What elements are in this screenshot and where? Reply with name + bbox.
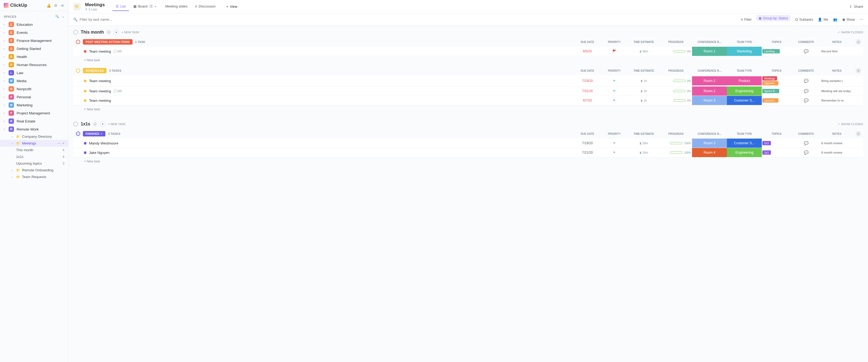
- subtasks-button[interactable]: ⌬Subtasks: [795, 18, 813, 22]
- time-estimate[interactable]: ⧗ 1h: [628, 98, 660, 103]
- status-circle-icon[interactable]: [76, 40, 80, 44]
- conference-room[interactable]: Room 2: [692, 76, 727, 85]
- status-pill[interactable]: SCHEDULED: [83, 68, 106, 73]
- comments-icon[interactable]: 💬: [791, 88, 821, 94]
- column-header[interactable]: TIME ESTIMATE: [628, 68, 660, 73]
- time-estimate[interactable]: ⧗ 1h: [628, 79, 660, 83]
- conference-room[interactable]: Room 4: [692, 148, 727, 157]
- column-header[interactable]: COMMENTS: [791, 131, 821, 136]
- space-item[interactable]: ▸PPersonal: [0, 93, 68, 101]
- status-circle-icon[interactable]: [73, 30, 78, 35]
- progress[interactable]: 0%: [660, 49, 692, 53]
- share-button[interactable]: ⇪ Share: [849, 5, 863, 8]
- due-date[interactable]: 7/29/20: [574, 78, 601, 83]
- tab-discussion[interactable]: #Discussion: [192, 2, 219, 11]
- folder-icon[interactable]: 📁: [73, 3, 81, 10]
- due-date[interactable]: 7/21/20: [574, 150, 601, 155]
- column-header[interactable]: DUE DATE: [574, 68, 601, 73]
- team-type[interactable]: Product: [727, 76, 762, 85]
- status-square-icon[interactable]: [84, 100, 86, 102]
- status-square-icon[interactable]: [84, 151, 86, 154]
- status-pill[interactable]: FINISHED ✓: [83, 131, 105, 136]
- due-date[interactable]: 7/18/20: [574, 141, 601, 145]
- show-closed-button[interactable]: ✓ SHOW CLOSED: [838, 122, 863, 126]
- team-type[interactable]: Engineering: [727, 86, 762, 95]
- subtask-indicator[interactable]: ✓0/5: [114, 50, 122, 53]
- me-button[interactable]: 👤Me: [818, 18, 828, 22]
- topics[interactable]: StrategyUpcomi...: [762, 76, 791, 86]
- list-item[interactable]: 1x1s4: [0, 154, 68, 160]
- team-type[interactable]: Marketing: [727, 47, 762, 56]
- column-header[interactable]: TIME ESTIMATE: [628, 39, 660, 45]
- comments-icon[interactable]: 💬: [791, 150, 821, 155]
- priority-flag[interactable]: ⚑: [601, 141, 628, 146]
- status-circle-icon[interactable]: ✓: [76, 132, 80, 136]
- new-task-row[interactable]: + New task: [73, 56, 863, 64]
- column-header[interactable]: PROGRESS: [660, 131, 692, 136]
- new-task-row[interactable]: + New task: [73, 157, 863, 165]
- time-estimate[interactable]: ⧗ 30m: [628, 49, 660, 54]
- due-date[interactable]: 8/5/20: [574, 49, 601, 54]
- folder-item[interactable]: ▸📁Team Requests: [0, 173, 68, 180]
- chevron-down-icon[interactable]: ⌄: [62, 15, 65, 18]
- progress[interactable]: 0%: [660, 79, 692, 83]
- info-icon[interactable]: i: [93, 122, 97, 126]
- tab-board[interactable]: ▦Board2▾: [130, 2, 159, 11]
- status-square-icon[interactable]: [84, 142, 86, 144]
- space-item[interactable]: ▸NNonprofit: [0, 85, 68, 93]
- status-square-icon[interactable]: [84, 90, 86, 92]
- notes[interactable]: Remember to re: [821, 98, 853, 103]
- sparkle-icon[interactable]: ✦: [100, 121, 105, 127]
- topics[interactable]: 1x1: [762, 140, 791, 146]
- space-item[interactable]: ▸MMedia: [0, 77, 68, 85]
- column-header[interactable]: TEAM TYPE: [727, 68, 762, 73]
- task-row[interactable]: Team meeting ✓0/5 8/5/20 🚩 ⧗ 30m 0% Room…: [73, 47, 863, 56]
- column-header[interactable]: CONFERENCE R...: [692, 131, 727, 136]
- column-header[interactable]: DUE DATE: [574, 39, 601, 45]
- search-icon[interactable]: 🔍: [55, 15, 59, 18]
- add-view-button[interactable]: + View: [223, 2, 241, 11]
- subtask-indicator[interactable]: ✓0/5: [114, 89, 122, 93]
- space-item[interactable]: ▸LLaw: [0, 69, 68, 77]
- time-estimate[interactable]: ⧗ 15m: [628, 150, 660, 155]
- status-square-icon[interactable]: [84, 50, 86, 53]
- column-header[interactable]: NOTES: [821, 131, 853, 136]
- due-date[interactable]: 8/7/20: [574, 98, 601, 103]
- team-type[interactable]: Customer S...: [727, 139, 762, 148]
- column-header[interactable]: TOPICS: [762, 39, 791, 45]
- task-row[interactable]: Team meeting ✓0/5 7/31/20 ⚑ ⧗ 1h 0% Room…: [73, 86, 863, 96]
- add-column-button[interactable]: +: [856, 131, 861, 136]
- task-row[interactable]: Jake Nguyen 7/21/20 ⚑ ⧗ 15m 100% Room 4 …: [73, 148, 863, 157]
- topics[interactable]: 1x1: [762, 149, 791, 156]
- list-item[interactable]: Upcoming topics3: [0, 160, 68, 167]
- tab-meeting-slides[interactable]: Meeting slides: [160, 2, 191, 11]
- comments-icon[interactable]: 💬: [791, 98, 821, 103]
- group-by-button[interactable]: ◉Group by: Status: [756, 15, 790, 21]
- column-header[interactable]: TIME ESTIMATE: [628, 131, 660, 136]
- team-type[interactable]: Engineering: [727, 148, 762, 157]
- more-button[interactable]: ⋯: [860, 18, 863, 22]
- column-header[interactable]: TOPICS: [762, 131, 791, 136]
- priority-flag[interactable]: ⚑: [601, 89, 628, 94]
- progress[interactable]: 0%: [660, 89, 692, 93]
- space-item[interactable]: ▾RRemote Work: [0, 125, 68, 133]
- settings-icon[interactable]: ⚙: [54, 3, 57, 7]
- more-icon[interactable]: ⋯: [57, 141, 61, 145]
- progress[interactable]: 100%: [660, 141, 692, 145]
- folder-item[interactable]: ▸📁Remote Onboarding: [0, 167, 68, 173]
- progress[interactable]: 100%: [660, 151, 692, 155]
- new-task-button[interactable]: + NEW TASK: [108, 122, 126, 126]
- info-icon[interactable]: i: [106, 30, 111, 34]
- space-item[interactable]: ▸EEducation: [0, 20, 68, 28]
- space-item[interactable]: ▸RReal Estate: [0, 117, 68, 125]
- status-circle-icon[interactable]: [73, 122, 78, 127]
- space-item[interactable]: ▸GGetting Started: [0, 45, 68, 53]
- space-item[interactable]: ▸EEvents: [0, 28, 68, 36]
- new-task-row[interactable]: + New task: [73, 105, 863, 113]
- show-button[interactable]: ◉Show: [842, 18, 855, 22]
- notes[interactable]: 6 month review: [821, 150, 853, 155]
- collapse-sidebar-icon[interactable]: ≪: [61, 3, 64, 7]
- time-estimate[interactable]: ⧗ 1h: [628, 89, 660, 93]
- status-pill[interactable]: POST MEETING ACTION ITEMS: [83, 39, 132, 45]
- show-closed-button[interactable]: ✓ SHOW CLOSED: [838, 31, 863, 34]
